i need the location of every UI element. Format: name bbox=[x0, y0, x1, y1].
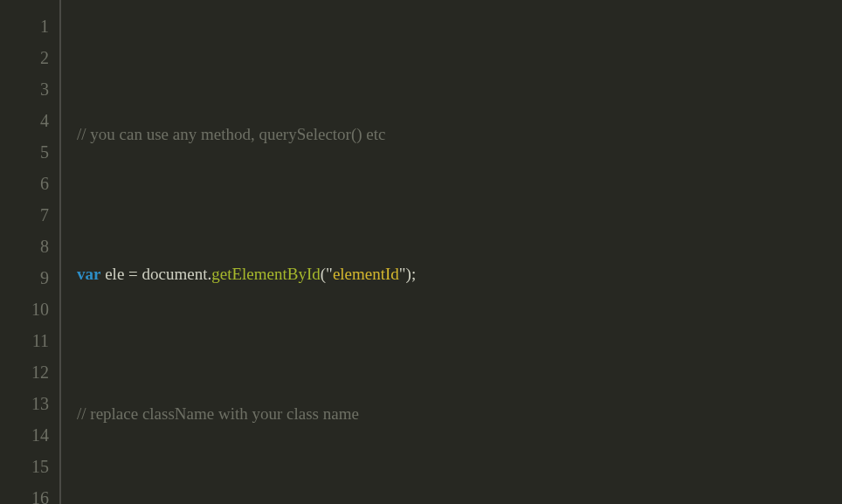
code-editor-area[interactable]: // you can use any method, querySelector… bbox=[61, 0, 842, 504]
code-line: // you can use any method, querySelector… bbox=[77, 119, 842, 150]
string-token: elementId bbox=[333, 265, 399, 283]
line-number: 6 bbox=[0, 168, 49, 199]
quote-token: " bbox=[399, 265, 406, 283]
code-line bbox=[77, 468, 842, 500]
line-number: 15 bbox=[0, 451, 49, 482]
line-number: 2 bbox=[0, 42, 49, 73]
line-number: 4 bbox=[0, 105, 49, 136]
line-number: 11 bbox=[0, 325, 49, 356]
code-line bbox=[77, 328, 842, 360]
line-number: 7 bbox=[0, 199, 49, 231]
operator-token: = bbox=[124, 265, 141, 283]
line-number-gutter: 1 2 3 4 5 6 7 8 9 10 11 12 13 14 15 16 bbox=[0, 0, 61, 504]
line-number: 14 bbox=[0, 419, 49, 451]
code-line: // replace className with your class nam… bbox=[77, 398, 842, 430]
line-number: 8 bbox=[0, 231, 49, 262]
identifier-token: ele bbox=[105, 265, 124, 283]
quote-token: " bbox=[326, 265, 333, 283]
code-line bbox=[77, 49, 842, 80]
line-number: 3 bbox=[0, 73, 49, 105]
comment-token: // replace className with your class nam… bbox=[77, 404, 359, 423]
identifier-token: document bbox=[142, 265, 208, 283]
line-number: 10 bbox=[0, 293, 49, 325]
line-number: 12 bbox=[0, 356, 49, 388]
line-number: 5 bbox=[0, 136, 49, 168]
line-number: 13 bbox=[0, 388, 49, 419]
line-number: 16 bbox=[0, 482, 49, 504]
line-number: 1 bbox=[0, 10, 49, 42]
keyword-token: var bbox=[77, 265, 100, 283]
line-number: 9 bbox=[0, 262, 49, 293]
punct-token: ); bbox=[406, 265, 417, 283]
code-line bbox=[77, 189, 842, 220]
function-token: getElementById bbox=[211, 265, 321, 283]
comment-token: // you can use any method, querySelector… bbox=[77, 125, 386, 143]
code-line: var ele = document.getElementById("eleme… bbox=[77, 259, 842, 290]
